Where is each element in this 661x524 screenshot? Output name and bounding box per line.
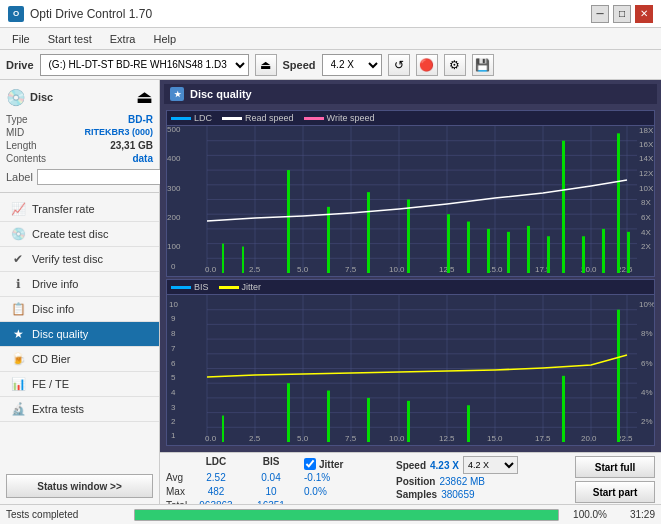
read-speed-legend-color [222, 117, 242, 120]
svg-text:10%: 10% [639, 300, 654, 309]
svg-rect-58 [617, 133, 620, 273]
settings-button[interactable]: ⚙ [444, 54, 466, 76]
svg-rect-47 [367, 192, 370, 273]
svg-rect-109 [367, 398, 370, 442]
speed-stat-select[interactable]: 4.2 X [463, 456, 518, 474]
svg-rect-112 [562, 376, 565, 442]
svg-text:4X: 4X [641, 228, 651, 237]
jitter-checkbox[interactable] [304, 458, 316, 470]
nav-extra-tests[interactable]: 🔬 Extra tests [0, 397, 159, 422]
svg-rect-110 [407, 401, 410, 442]
save-button[interactable]: 💾 [472, 54, 494, 76]
svg-rect-114 [222, 416, 224, 442]
svg-rect-57 [602, 229, 605, 273]
nav-transfer-rate[interactable]: 📈 Transfer rate [0, 197, 159, 222]
menu-bar: File Start test Extra Help [0, 28, 661, 50]
svg-text:20.0: 20.0 [581, 434, 597, 442]
verify-test-disc-icon: ✔ [10, 252, 26, 266]
svg-text:500: 500 [167, 126, 181, 134]
svg-rect-55 [562, 141, 565, 273]
svg-rect-51 [487, 229, 490, 273]
svg-text:8%: 8% [641, 329, 653, 338]
disc-eject-icon[interactable]: ⏏ [136, 86, 153, 108]
ldc-chart: LDC Read speed Write speed [166, 110, 655, 277]
jitter-legend-label: Jitter [242, 282, 262, 292]
drive-info-icon: ℹ [10, 277, 26, 291]
samples-value: 380659 [441, 489, 474, 500]
svg-text:12.5: 12.5 [439, 434, 455, 442]
status-window-button[interactable]: Status window >> [6, 474, 153, 498]
drive-select[interactable]: (G:) HL-DT-ST BD-RE WH16NS48 1.D3 [40, 54, 249, 76]
svg-text:16X: 16X [639, 140, 654, 149]
app-icon: O [8, 6, 24, 22]
mid-value: RITEKBR3 (000) [84, 127, 153, 138]
nav-create-test-disc[interactable]: 💿 Create test disc [0, 222, 159, 247]
svg-text:6X: 6X [641, 213, 651, 222]
burn-button[interactable]: 🔴 [416, 54, 438, 76]
ldc-chart-svg: 500 400 300 200 100 0 18X 16X 14X 12X 10… [167, 126, 654, 273]
svg-text:8X: 8X [641, 198, 651, 207]
fe-te-icon: 📊 [10, 377, 26, 391]
nav-cd-bier[interactable]: 🍺 CD Bier [0, 347, 159, 372]
svg-text:10.0: 10.0 [389, 265, 405, 273]
disc-quality-panel: ★ Disc quality LDC Read speed [160, 80, 661, 452]
ldc-legend: LDC [171, 113, 212, 123]
bis-chart-svg: 10 9 8 7 6 5 4 3 2 1 10% 8% 6% [167, 295, 654, 442]
speed-select[interactable]: 4.2 X [322, 54, 382, 76]
length-label: Length [6, 140, 37, 151]
svg-text:7.5: 7.5 [345, 265, 357, 273]
nav-create-test-disc-label: Create test disc [32, 228, 108, 240]
jitter-col-header: Jitter [319, 459, 343, 470]
speed-position-section: Speed 4.23 X 4.2 X Position 23862 MB Sam… [396, 456, 518, 500]
drive-label: Drive [6, 59, 34, 71]
disc-label-input[interactable] [37, 169, 170, 185]
disc-quality-icon: ★ [10, 327, 26, 341]
svg-text:5.0: 5.0 [297, 265, 309, 273]
svg-text:10: 10 [169, 300, 178, 309]
ldc-legend-label: LDC [194, 113, 212, 123]
transfer-rate-icon: 📈 [10, 202, 26, 216]
svg-rect-111 [467, 405, 470, 442]
speed-label: Speed [283, 59, 316, 71]
maximize-button[interactable]: □ [613, 5, 631, 23]
nav-disc-quality[interactable]: ★ Disc quality [0, 322, 159, 347]
svg-text:0.0: 0.0 [205, 265, 217, 273]
max-bis: 10 [246, 486, 296, 500]
svg-rect-50 [467, 222, 470, 273]
read-speed-legend: Read speed [222, 113, 294, 123]
start-full-button[interactable]: Start full [575, 456, 655, 478]
bis-legend-label: BIS [194, 282, 209, 292]
sidebar-nav: 📈 Transfer rate 💿 Create test disc ✔ Ver… [0, 193, 159, 468]
start-part-button[interactable]: Start part [575, 481, 655, 503]
refresh-button[interactable]: ↺ [388, 54, 410, 76]
nav-fe-te[interactable]: 📊 FE / TE [0, 372, 159, 397]
content-area: ★ Disc quality LDC Read speed [160, 80, 661, 504]
svg-text:12X: 12X [639, 169, 654, 178]
svg-text:5: 5 [171, 373, 176, 382]
svg-rect-52 [507, 232, 510, 273]
svg-text:18X: 18X [639, 126, 654, 135]
minimize-button[interactable]: ─ [591, 5, 609, 23]
max-ldc: 482 [186, 486, 246, 500]
nav-disc-info[interactable]: 📋 Disc info [0, 297, 159, 322]
svg-text:100: 100 [167, 242, 181, 251]
menu-extra[interactable]: Extra [102, 31, 144, 47]
nav-drive-info-label: Drive info [32, 278, 78, 290]
disc-quality-header: ★ Disc quality [164, 84, 657, 104]
ldc-col-header: LDC [186, 456, 246, 472]
nav-verify-test-disc[interactable]: ✔ Verify test disc [0, 247, 159, 272]
sidebar: 💿 Disc ⏏ Type BD-R MID RITEKBR3 (000) Le… [0, 80, 160, 504]
eject-button[interactable]: ⏏ [255, 54, 277, 76]
disc-section: 💿 Disc ⏏ Type BD-R MID RITEKBR3 (000) Le… [0, 80, 159, 193]
nav-drive-info[interactable]: ℹ Drive info [0, 272, 159, 297]
avg-jitter: -0.1% [304, 472, 384, 486]
svg-rect-56 [582, 236, 585, 273]
svg-text:0: 0 [171, 262, 176, 271]
window-controls: ─ □ ✕ [591, 5, 653, 23]
menu-file[interactable]: File [4, 31, 38, 47]
svg-text:300: 300 [167, 184, 181, 193]
close-button[interactable]: ✕ [635, 5, 653, 23]
menu-help[interactable]: Help [145, 31, 184, 47]
menu-start-test[interactable]: Start test [40, 31, 100, 47]
nav-cd-bier-label: CD Bier [32, 353, 71, 365]
